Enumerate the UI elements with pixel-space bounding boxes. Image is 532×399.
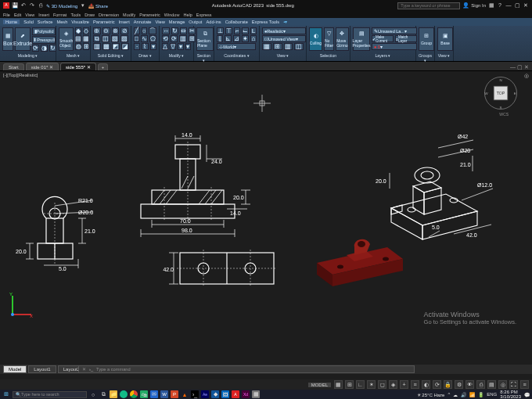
task-vlc[interactable]: ▲ bbox=[181, 390, 189, 398]
group-button[interactable]: ⊞Group bbox=[419, 27, 434, 51]
window-max-icon[interactable]: ▢ bbox=[514, 2, 520, 9]
panel-coord-label[interactable]: Coordinates ▾ bbox=[217, 53, 257, 59]
se-12[interactable]: ◪ bbox=[121, 43, 129, 50]
draw-arc[interactable]: ⌒ bbox=[149, 27, 156, 34]
tray-battery[interactable]: 🔋 bbox=[478, 392, 483, 397]
menu-file[interactable]: File bbox=[3, 13, 10, 17]
cleanscreen-toggle[interactable]: ⛶ bbox=[509, 380, 518, 389]
task-misc[interactable]: ▦ bbox=[252, 390, 260, 398]
draw-spline[interactable]: ∿ bbox=[141, 35, 148, 42]
task-xd[interactable]: Xd bbox=[242, 390, 250, 398]
menu-dimension[interactable]: Dimension bbox=[99, 13, 119, 17]
task-acad[interactable]: A bbox=[232, 390, 239, 398]
panel-modeling-label[interactable]: Modeling ▾ bbox=[2, 53, 53, 59]
filter-button[interactable]: ▽No Filter bbox=[324, 27, 334, 51]
help-icon[interactable]: ? bbox=[497, 2, 503, 9]
task-cortana[interactable]: ○ bbox=[89, 390, 97, 398]
lwt-toggle[interactable]: ≡ bbox=[411, 380, 419, 389]
se-8[interactable]: ▨ bbox=[120, 35, 128, 42]
qat-share-button[interactable]: 📤 Share bbox=[88, 3, 108, 9]
task-taskview[interactable]: ⧉ bbox=[99, 390, 107, 398]
mesh-t5[interactable]: ◍ bbox=[75, 43, 81, 50]
se-6[interactable]: ◫ bbox=[102, 35, 110, 42]
task-photos[interactable]: 🖼 bbox=[221, 390, 229, 398]
autodesk-app-icon[interactable]: ▦ bbox=[488, 2, 494, 9]
se-10[interactable]: ▩ bbox=[102, 43, 110, 50]
ucs-1[interactable]: ⊥ bbox=[217, 27, 224, 34]
view-t1[interactable]: ▦ bbox=[262, 43, 271, 50]
task-edge[interactable] bbox=[120, 390, 128, 398]
transparency-toggle[interactable]: ◐ bbox=[422, 380, 430, 389]
isolate-toggle[interactable]: ◎ bbox=[498, 380, 507, 389]
tray-wifi[interactable]: 📶 bbox=[469, 392, 475, 397]
osnap-toggle[interactable]: ◻ bbox=[378, 380, 386, 389]
qat-undo-icon[interactable]: ↶ bbox=[20, 2, 27, 9]
ribbon-tab-visualize[interactable]: Visualize bbox=[71, 20, 89, 24]
menu-help[interactable]: Help bbox=[183, 13, 192, 17]
se-9[interactable]: ▥ bbox=[93, 43, 101, 50]
task-app1[interactable]: ◆ bbox=[211, 390, 219, 398]
qat-save-icon[interactable]: 💾 bbox=[12, 2, 18, 9]
culling-button[interactable]: ◐Culling bbox=[309, 27, 322, 51]
mod-rotate[interactable]: ↻ bbox=[171, 27, 178, 34]
ribbon-tab-output[interactable]: Output bbox=[189, 20, 202, 24]
help-search-input[interactable] bbox=[397, 2, 460, 9]
panel-groups-label[interactable]: Groups ▾ bbox=[419, 53, 432, 59]
menu-window[interactable]: Window bbox=[164, 13, 180, 17]
mesh-t1[interactable]: ◆ bbox=[75, 27, 81, 34]
ribbon-tab-addins[interactable]: Add-ins bbox=[206, 20, 221, 24]
make-current-button[interactable]: ✔ Make Current bbox=[372, 35, 394, 42]
mod-12[interactable]: ▾ bbox=[185, 43, 192, 50]
ucs-10[interactable]: ⌂ bbox=[250, 35, 257, 42]
panel-layers-label[interactable]: Layers ▾ bbox=[353, 53, 413, 59]
draw-polygon[interactable]: ⬠ bbox=[149, 35, 156, 42]
qat-redo-icon[interactable]: ↷ bbox=[29, 2, 35, 9]
ucs-8[interactable]: ⊿ bbox=[233, 35, 240, 42]
mod-9[interactable]: △ bbox=[162, 43, 168, 50]
se-11[interactable]: ◩ bbox=[112, 43, 120, 50]
gizmo-button[interactable]: ✥Move Gizmo bbox=[336, 27, 348, 51]
ribbon-tab-express[interactable]: Express Tools bbox=[252, 20, 279, 24]
grid-toggle[interactable]: ▦ bbox=[334, 380, 343, 389]
qat-print-icon[interactable]: ⎙ bbox=[38, 2, 44, 9]
view-t3[interactable]: ▥ bbox=[284, 43, 293, 50]
draw-line[interactable]: ╱ bbox=[134, 27, 140, 34]
extrude-button[interactable]: ⬈Extrude bbox=[15, 27, 31, 51]
ucs-3[interactable]: ⌐ bbox=[234, 27, 240, 34]
task-explorer[interactable]: 📁 bbox=[110, 390, 117, 398]
tray-volume[interactable]: 🔊 bbox=[461, 392, 466, 397]
ucs-5[interactable]: L bbox=[250, 27, 257, 34]
doc-tab-active[interactable]: side 555* ✕ bbox=[60, 63, 96, 70]
menu-modify[interactable]: Modify bbox=[123, 13, 135, 17]
ucs-4[interactable]: ⌙ bbox=[242, 27, 249, 34]
mod-move[interactable]: ↔ bbox=[162, 27, 170, 34]
start-button[interactable]: ⊞ bbox=[2, 390, 10, 398]
doc-min-icon[interactable]: — ▢ ✕ bbox=[510, 64, 529, 70]
base-view-button[interactable]: ▣Base bbox=[437, 27, 453, 51]
signin-label[interactable]: Sign In bbox=[471, 3, 486, 8]
ribbon-tab-mesh[interactable]: Mesh bbox=[56, 20, 67, 24]
window-close-icon[interactable]: ✕ bbox=[523, 2, 529, 9]
units-toggle[interactable]: ⎙ bbox=[476, 380, 485, 389]
panel-draw-label[interactable]: Draw ▾ bbox=[134, 53, 156, 59]
ribbon-tab-collaborate[interactable]: Collaborate bbox=[225, 20, 248, 24]
draw-pt[interactable]: · bbox=[134, 43, 140, 50]
se-2[interactable]: ⊖ bbox=[102, 27, 110, 34]
box-button[interactable]: ▦Box bbox=[2, 27, 13, 51]
ucs-icon[interactable]: Y X bbox=[6, 289, 38, 321]
view-t4[interactable]: ◫ bbox=[294, 43, 304, 50]
mod-mirror[interactable]: ⇔ bbox=[180, 27, 187, 34]
mod-5[interactable]: ⟲ bbox=[162, 35, 169, 42]
section-plane-button[interactable]: ⧉Section Plane bbox=[196, 27, 214, 51]
panel-solidedit-label[interactable]: Solid Editing ▾ bbox=[93, 53, 128, 59]
menu-edit[interactable]: Edit bbox=[14, 13, 21, 17]
ribbon-tab-surface[interactable]: Surface bbox=[38, 20, 53, 24]
presspull-button[interactable]: ⬍ Presspull bbox=[32, 36, 56, 44]
loft-button[interactable]: ◑ bbox=[41, 45, 48, 52]
layout-tab-1[interactable]: Layout1 bbox=[28, 365, 56, 373]
3dosnap-toggle[interactable]: ◈ bbox=[389, 380, 397, 389]
workspace-toggle[interactable]: ⚙ bbox=[455, 380, 463, 389]
window-min-icon[interactable]: — bbox=[505, 2, 512, 9]
annoscale[interactable]: 🔒 bbox=[444, 380, 452, 389]
mod-10[interactable]: ▽ bbox=[170, 43, 176, 50]
